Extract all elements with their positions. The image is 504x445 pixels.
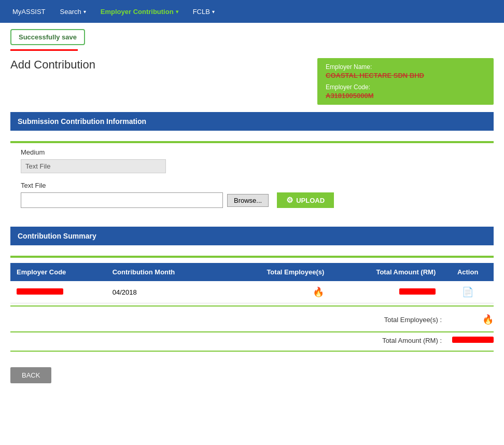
back-button[interactable]: BACK bbox=[10, 367, 51, 383]
cell-employer-code bbox=[10, 281, 106, 303]
upload-button[interactable]: ⚙ UPLOAD bbox=[277, 192, 334, 208]
nav-brand[interactable]: MyASSIST bbox=[5, 0, 53, 23]
browse-button[interactable]: Browse... bbox=[227, 194, 269, 207]
chevron-down-icon: ▾ bbox=[83, 9, 86, 15]
col-action: Action bbox=[442, 263, 494, 281]
totals-divider-top bbox=[10, 305, 494, 310]
contribution-table: Employer Code Contribution Month Total E… bbox=[10, 263, 494, 303]
file-text-input[interactable] bbox=[21, 192, 223, 208]
cell-total-employees: 🔥 bbox=[222, 281, 330, 303]
employer-name-label: Employer Name: bbox=[326, 63, 485, 71]
nav-search[interactable]: Search▾ bbox=[53, 0, 93, 23]
file-action-icon[interactable]: 📄 bbox=[462, 287, 473, 297]
cell-contribution-month: 04/2018 bbox=[106, 281, 222, 303]
main-content: Successfully save Add Contribution Emplo… bbox=[0, 23, 504, 445]
chevron-down-icon: ▾ bbox=[176, 9, 178, 15]
employer-code-redacted: A3181005000M bbox=[326, 92, 374, 100]
medium-field-group: Medium bbox=[21, 148, 483, 173]
total-employees-label: Total Employee(s) : bbox=[10, 316, 442, 324]
table-row: 04/2018 🔥 📄 bbox=[10, 281, 494, 303]
table-header-row: Employer Code Contribution Month Total E… bbox=[10, 263, 494, 281]
employer-code-label: Employer Code: bbox=[326, 84, 485, 91]
total-amount-row: Total Amount (RM) : bbox=[10, 332, 494, 349]
summary-table-wrapper: Employer Code Contribution Month Total E… bbox=[10, 263, 494, 352]
file-upload-row: Browse... ⚙ UPLOAD bbox=[21, 192, 483, 208]
medium-label: Medium bbox=[21, 148, 483, 156]
text-file-field-group: Text File Browse... ⚙ UPLOAD bbox=[21, 182, 483, 208]
submission-form: Medium Text File Browse... ⚙ UPLOAD bbox=[10, 143, 494, 227]
total-employee-icon: 🔥 bbox=[482, 314, 494, 325]
cell-action[interactable]: 📄 bbox=[442, 281, 494, 303]
nav-fclb[interactable]: FCLB▾ bbox=[186, 0, 222, 23]
summary-section-header: Contribution Summary bbox=[10, 227, 494, 245]
nav-employer-contribution[interactable]: Employer Contribution▾ bbox=[93, 0, 186, 23]
total-employees-value: 🔥 bbox=[452, 314, 494, 325]
success-underline-decoration bbox=[10, 49, 78, 51]
employee-icon: 🔥 bbox=[313, 287, 324, 297]
col-total-amount: Total Amount (RM) bbox=[330, 263, 442, 281]
gear-icon: ⚙ bbox=[286, 196, 293, 205]
title-row: Add Contribution Employer Name: COASTAL … bbox=[10, 58, 494, 105]
total-amount-redacted bbox=[399, 288, 436, 295]
medium-input bbox=[21, 159, 166, 173]
employer-code-value-redacted bbox=[17, 288, 63, 295]
total-amount-value bbox=[452, 337, 494, 344]
submission-section-header: Submission Contribution Information bbox=[10, 112, 494, 131]
cell-total-amount bbox=[330, 281, 442, 303]
page-title: Add Contribution bbox=[10, 58, 95, 72]
green-bar-summary bbox=[10, 256, 494, 258]
chevron-down-icon: ▾ bbox=[212, 9, 215, 15]
text-file-label: Text File bbox=[21, 182, 483, 189]
totals-divider-bot bbox=[10, 351, 494, 352]
navbar: MyASSIST Search▾ Employer Contribution▾ … bbox=[0, 0, 504, 23]
employer-name-redacted: COASTAL HECTARE SDN BHD bbox=[326, 72, 424, 79]
total-employees-row: Total Employee(s) : 🔥 bbox=[10, 310, 494, 329]
success-badge: Successfully save bbox=[10, 29, 85, 45]
employer-info-box: Employer Name: COASTAL HECTARE SDN BHD E… bbox=[317, 58, 494, 105]
total-amount-label: Total Amount (RM) : bbox=[10, 337, 442, 344]
grand-total-redacted bbox=[452, 337, 494, 343]
col-total-employees: Total Employee(s) bbox=[222, 263, 330, 281]
col-employer-code: Employer Code bbox=[10, 263, 106, 281]
col-contribution-month: Contribution Month bbox=[106, 263, 222, 281]
